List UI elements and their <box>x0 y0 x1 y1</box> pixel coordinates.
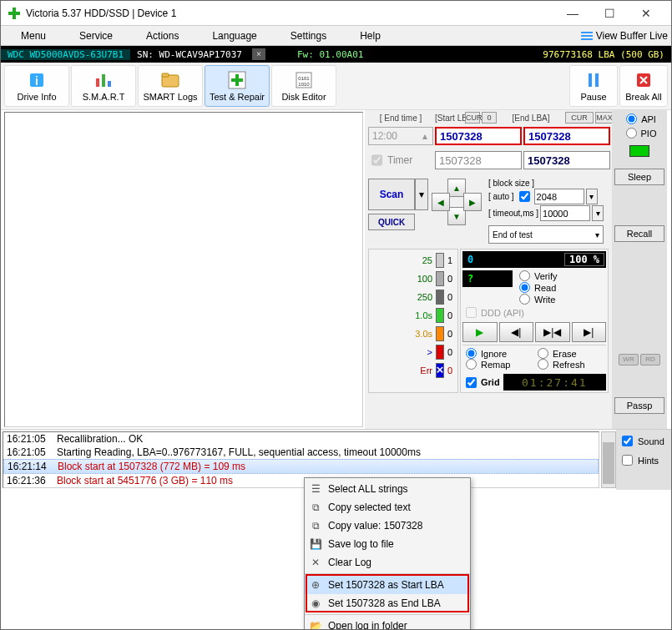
minimize-button[interactable]: — <box>554 2 591 25</box>
radio-label: Refresh <box>553 360 585 370</box>
ctx-select-all[interactable]: ☰Select ALL strings <box>305 480 470 498</box>
quick-button[interactable]: QUICK <box>368 214 415 230</box>
ctx-set-start-lba[interactable]: ⊕Set 1507328 as Start LBA <box>305 576 470 594</box>
end-of-test-select[interactable]: End of test▾ <box>488 225 604 244</box>
scrollbar-thumb[interactable] <box>603 442 614 484</box>
log-row[interactable]: 16:21:14Block start at 1507328 (772 MB) … <box>3 459 599 474</box>
verify-radio[interactable]: Verify <box>516 270 606 281</box>
view-buffer-live[interactable]: View Buffer Live <box>581 30 668 42</box>
spinner-icon: ▴ <box>422 130 429 142</box>
ctx-set-end-lba[interactable]: ◉Set 1507328 as End LBA <box>305 594 470 612</box>
log-row[interactable]: 16:21:05Recallibration... OK <box>3 432 599 446</box>
blocksize-label: [ block size ] <box>488 179 534 188</box>
nav-right-button[interactable]: ▶ <box>463 193 482 211</box>
radio-label: API <box>641 114 656 124</box>
cur-start-button[interactable]: CUR <box>465 112 480 123</box>
ctx-save-log[interactable]: 💾Save log to file <box>305 535 470 553</box>
disk-editor-button[interactable]: 01011010 Disk Editor <box>271 65 336 107</box>
menu-settings[interactable]: Settings <box>274 26 343 46</box>
svg-rect-8 <box>102 74 105 87</box>
start-lba-input[interactable] <box>435 127 522 145</box>
play-button[interactable]: ▶ <box>462 322 498 342</box>
drive-info-button[interactable]: i Drive Info <box>4 65 69 107</box>
speed-bar: ? <box>462 270 513 287</box>
pause-icon <box>584 70 604 90</box>
progress-bar: 0 100 % <box>462 251 606 268</box>
refresh-radio[interactable]: Refresh <box>534 359 606 370</box>
step-fwd-button[interactable]: ▶| <box>572 322 607 342</box>
timeout-input[interactable] <box>540 205 590 221</box>
log-row[interactable]: 16:21:05Starting Reading, LBA=0..9767731… <box>3 446 599 459</box>
break-all-button[interactable]: Break All <box>619 65 668 107</box>
log-row[interactable]: 16:21:36Block start at 5451776 (3 GB) = … <box>3 474 599 487</box>
auto-label: [ auto ] <box>488 192 514 201</box>
chevron-down-icon[interactable]: ▾ <box>592 205 604 221</box>
zero-button[interactable]: 0 <box>482 112 497 123</box>
ctx-copy-selected[interactable]: ⧉Copy selected text <box>305 498 470 517</box>
cur-end-button[interactable]: CUR <box>565 112 594 123</box>
target-icon: ◉ <box>308 597 323 609</box>
skip-forward-button[interactable]: ▶|◀ <box>535 322 570 342</box>
recall-button[interactable]: Recall <box>614 225 664 242</box>
folder-open-icon: 📂 <box>308 620 323 630</box>
log-message: Starting Reading, LBA=0..976773167, FULL… <box>57 446 595 458</box>
toolbar-label: Break All <box>625 92 661 102</box>
auto-checkbox[interactable] <box>519 191 530 202</box>
ddd-checkbox[interactable]: DDD (API) <box>462 307 606 318</box>
sleep-button[interactable]: Sleep <box>614 169 664 185</box>
maximize-button[interactable]: ☐ <box>591 2 628 25</box>
write-radio[interactable]: Write <box>516 294 606 305</box>
sn-clear-button[interactable]: × <box>252 48 265 60</box>
close-button[interactable]: ✕ <box>628 2 664 25</box>
timer-label: Timer <box>387 154 412 166</box>
end-time-input[interactable]: 12:00▴ <box>368 127 433 145</box>
stat-bar-icon <box>436 308 444 323</box>
scan-dropdown-button[interactable]: ▾ <box>415 179 428 210</box>
toolbar-label: Disk Editor <box>281 92 326 102</box>
smart-button[interactable]: S.M.A.R.T <box>71 65 136 107</box>
start-lba2-input[interactable] <box>435 151 522 169</box>
end-lba2-input[interactable] <box>523 151 610 169</box>
step-back-button[interactable]: ◀| <box>499 322 534 342</box>
hints-checkbox[interactable]: Hints <box>619 452 669 468</box>
menu-actions[interactable]: Actions <box>129 26 195 46</box>
chevron-down-icon[interactable]: ▾ <box>586 189 598 204</box>
menu-menu[interactable]: Menu <box>4 26 63 46</box>
pio-radio[interactable]: PIO <box>623 128 657 139</box>
read-radio[interactable]: Read <box>516 282 606 293</box>
end-time-value: 12:00 <box>372 130 397 142</box>
scan-button[interactable]: Scan <box>368 179 415 210</box>
svg-text:0101: 0101 <box>298 76 310 81</box>
menu-help[interactable]: Help <box>343 26 397 46</box>
log-table[interactable]: 16:21:05Recallibration... OK 16:21:05Sta… <box>3 431 599 488</box>
checkbox-label: Grid <box>481 377 500 387</box>
radio-label: Ignore <box>481 349 507 359</box>
scan-button-label: Scan <box>380 189 404 200</box>
smart-logs-button[interactable]: SMART Logs <box>138 65 203 107</box>
ctx-clear-log[interactable]: ✕Clear Log <box>305 553 470 572</box>
blocksize-input[interactable] <box>534 189 584 204</box>
nav-left-button[interactable]: ◀ <box>432 193 450 211</box>
ctx-copy-value[interactable]: ⧉Copy value: 1507328 <box>305 517 470 535</box>
ignore-radio[interactable]: Ignore <box>462 348 534 359</box>
erase-radio[interactable]: Erase <box>534 348 606 359</box>
timer-checkbox[interactable] <box>371 151 382 169</box>
menu-language[interactable]: Language <box>195 26 273 46</box>
grid-checkbox[interactable]: Grid <box>462 377 500 388</box>
svg-rect-7 <box>96 78 99 87</box>
remap-radio[interactable]: Remap <box>462 359 534 370</box>
max-button[interactable]: MAX <box>595 112 614 123</box>
svg-rect-9 <box>108 81 111 87</box>
step-back-icon: ◀| <box>511 326 521 338</box>
menu-service[interactable]: Service <box>63 26 129 46</box>
ctx-open-folder[interactable]: 📂Open log in folder <box>305 617 470 630</box>
passp-button[interactable]: Passp <box>614 397 664 414</box>
log-scrollbar[interactable] <box>601 431 616 488</box>
api-radio[interactable]: API <box>623 113 656 124</box>
select-all-icon: ☰ <box>308 483 323 495</box>
test-repair-button[interactable]: Test & Repair <box>205 65 270 107</box>
pause-button[interactable]: Pause <box>569 65 618 107</box>
toolbar-label: Drive Info <box>17 92 56 102</box>
end-lba-input[interactable] <box>523 127 610 145</box>
sound-checkbox[interactable]: Sound <box>619 433 669 449</box>
